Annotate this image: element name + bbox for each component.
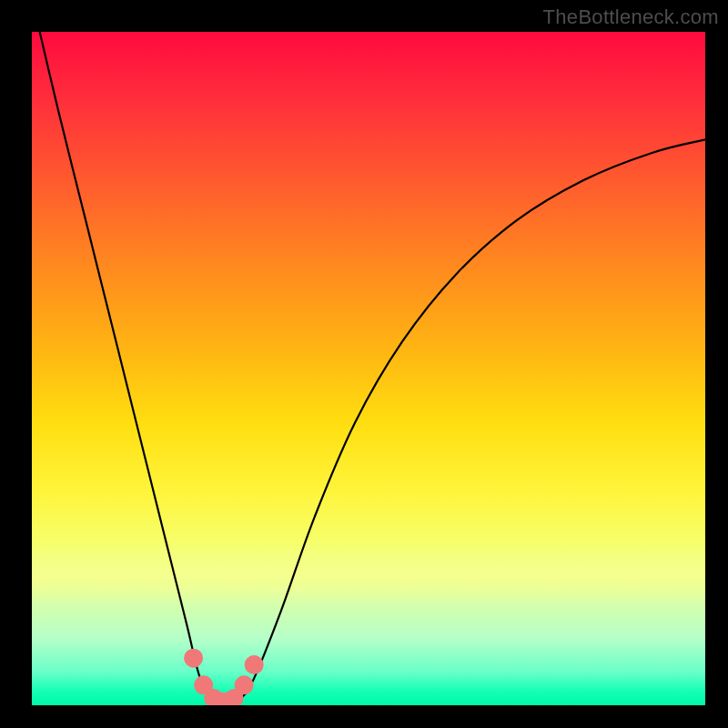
marker-dot	[245, 655, 264, 674]
plot-area	[32, 32, 705, 705]
marker-dot	[184, 649, 203, 668]
marker-group	[184, 649, 264, 705]
marker-dot	[235, 675, 254, 694]
watermark-text: TheBottleneck.com	[543, 5, 719, 29]
bottleneck-curve	[32, 32, 705, 705]
curve-svg	[32, 32, 705, 705]
chart-frame: TheBottleneck.com	[0, 0, 728, 728]
